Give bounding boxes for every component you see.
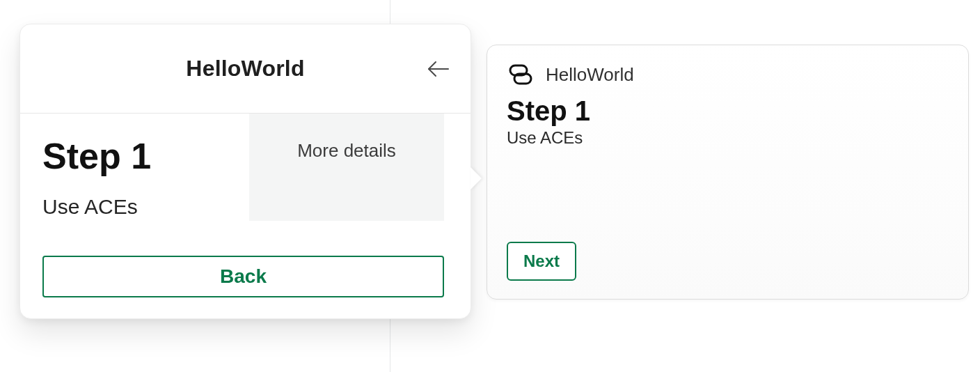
card-step-title: Step 1	[507, 95, 949, 127]
step-card[interactable]: HelloWorld Step 1 Use ACEs Next	[487, 45, 969, 300]
panel-header: HelloWorld	[20, 24, 471, 114]
next-button-label: Next	[523, 251, 560, 270]
more-details-label: More details	[297, 140, 396, 162]
next-button[interactable]: Next	[507, 242, 576, 281]
link-icon	[507, 61, 535, 88]
card-header: HelloWorld	[507, 61, 949, 88]
more-details-box[interactable]: More details	[249, 114, 444, 221]
arrow-left-icon[interactable]	[426, 57, 450, 81]
panel-title: HelloWorld	[186, 56, 304, 82]
card-step-subtitle: Use ACEs	[507, 128, 949, 148]
back-button[interactable]: Back	[42, 256, 444, 297]
popover-caret	[471, 167, 482, 189]
panel-body: More details Step 1 Use ACEs Back	[20, 114, 471, 318]
detail-panel: HelloWorld More details Step 1 Use ACEs …	[19, 24, 471, 319]
card-name: HelloWorld	[546, 64, 634, 86]
back-button-label: Back	[220, 265, 267, 288]
